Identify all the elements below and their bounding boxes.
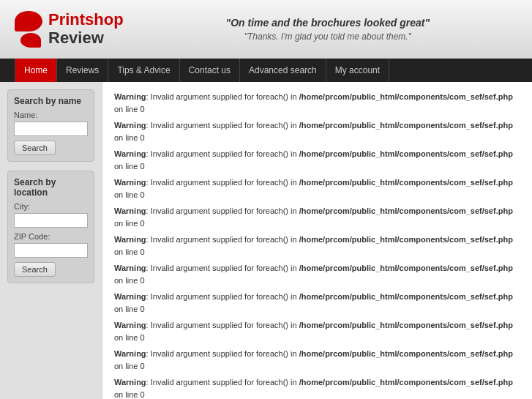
main-layout: Search by name Name: Search Search by lo… xyxy=(0,82,532,399)
tagline-sub: "Thanks. I'm glad you told me about them… xyxy=(138,31,517,42)
nav-tips-advice[interactable]: Tips & Advice xyxy=(108,59,179,82)
content-area: Warning: Invalid argument supplied for f… xyxy=(102,82,532,399)
city-label: City: xyxy=(14,202,88,211)
warning-line: Warning: Invalid argument supplied for f… xyxy=(114,262,520,286)
nav-bar: Home Reviews Tips & Advice Contact us Ad… xyxy=(0,59,532,82)
warning-line: Warning: Invalid argument supplied for f… xyxy=(114,234,520,258)
logo-text: Printshop Review xyxy=(48,11,124,46)
search-by-location-box: Search by location City: ZIP Code: Searc… xyxy=(7,171,94,283)
logo-bubble-small xyxy=(20,33,41,48)
logo-area: Printshop Review xyxy=(15,11,124,48)
tagline-main: "On time and the brochures looked great" xyxy=(138,17,517,29)
warning-line: Warning: Invalid argument supplied for f… xyxy=(114,119,520,143)
nav-advanced-search[interactable]: Advanced search xyxy=(240,59,326,82)
zip-label: ZIP Code: xyxy=(14,232,88,241)
search-by-location-button[interactable]: Search xyxy=(14,262,56,277)
logo-icon xyxy=(15,11,42,48)
nav-contact-us[interactable]: Contact us xyxy=(180,59,240,82)
warning-line: Warning: Invalid argument supplied for f… xyxy=(114,319,520,343)
logo-review: Review xyxy=(48,29,124,47)
search-by-name-button[interactable]: Search xyxy=(14,141,56,155)
page-header: Printshop Review "On time and the brochu… xyxy=(0,0,532,59)
warning-line: Warning: Invalid argument supplied for f… xyxy=(114,348,520,372)
search-by-name-box: Search by name Name: Search xyxy=(7,89,94,162)
city-input[interactable] xyxy=(14,213,88,228)
warning-line: Warning: Invalid argument supplied for f… xyxy=(114,291,520,315)
search-by-location-title: Search by location xyxy=(14,177,88,198)
nav-my-account[interactable]: My account xyxy=(326,59,389,82)
logo-printshop: Printshop xyxy=(48,11,124,29)
zip-input[interactable] xyxy=(14,243,88,258)
search-by-name-title: Search by name xyxy=(14,96,88,106)
warning-line: Warning: Invalid argument supplied for f… xyxy=(114,148,520,172)
tagline-area: "On time and the brochures looked great"… xyxy=(138,17,517,42)
warning-line: Warning: Invalid argument supplied for f… xyxy=(114,176,520,201)
warning-line: Warning: Invalid argument supplied for f… xyxy=(114,376,520,399)
nav-home[interactable]: Home xyxy=(15,59,57,82)
sidebar: Search by name Name: Search Search by lo… xyxy=(0,82,102,399)
name-input[interactable] xyxy=(14,122,88,136)
warning-line: Warning: Invalid argument supplied for f… xyxy=(114,91,520,115)
warning-line: Warning: Invalid argument supplied for f… xyxy=(114,205,520,229)
logo-bubble-large xyxy=(15,11,42,31)
nav-reviews[interactable]: Reviews xyxy=(57,59,108,82)
name-label: Name: xyxy=(14,111,88,119)
